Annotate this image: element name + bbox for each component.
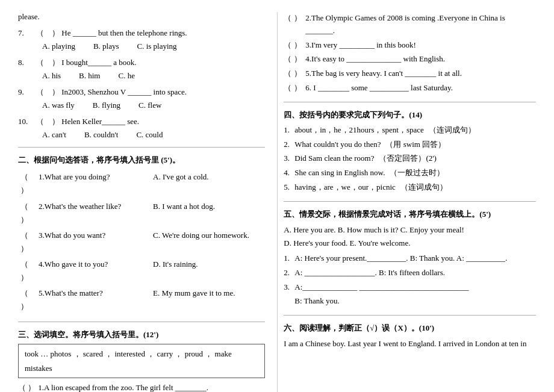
rewrite-1: 1. about，in，he，21hours，spent，space （连词成句… (284, 124, 536, 137)
match-a-4: D. It's raining. (151, 257, 265, 285)
rewrite-2: 2. What couldn't you do then? （用 swim 回答… (284, 138, 536, 151)
q7-paren: （ ） (36, 27, 60, 40)
divider-3 (284, 102, 536, 102)
q9-num: 9. (18, 86, 36, 99)
match-q-1: 1.What are you doing? (36, 169, 151, 198)
fill-paren-2: （ ） (284, 12, 305, 25)
rewrite-3: 3. Did Sam clean the room? （否定回答）(2') (284, 152, 536, 165)
section6-title: 六、阅读理解，判断正（√）误（X）。(10') (284, 323, 536, 334)
rw1-num: 1. (284, 124, 294, 137)
q10-text: Helen Keller______ see. (60, 115, 139, 128)
fill-text-6: 6. I ________ some __________ last Satur… (305, 82, 453, 95)
match-q-5: 5.What's the matter? (36, 285, 151, 314)
dlg1-num: 1. (284, 252, 294, 265)
q8-options: A. his B. him C. he (42, 71, 265, 81)
rw4-num: 4. (284, 167, 294, 179)
q8-paren: （ ） (36, 57, 60, 69)
dialogue-2: 2. A: __________________. B: It's fiftee… (284, 267, 536, 279)
rewrite-items: 1. about，in，he，21hours，spent，space （连词成句… (284, 124, 536, 194)
dlg3-text: A:______________ _______________________… (294, 281, 468, 294)
q7-optA: A. playing (42, 42, 75, 51)
fill-q1-left: （ ） 1.A lion escaped from the zoo. The g… (18, 382, 265, 392)
dialogue-options: A. Here you are. B. How much is it? C. E… (284, 223, 536, 237)
rewrite-5: 5. having，are，we，our，picnic （连词成句） (284, 181, 536, 194)
fill-text-3: 3.I'm very _________ in this book! (305, 39, 416, 52)
matching-table: （ ） 1.What are you doing? A. I've got a … (18, 169, 265, 314)
q9-optA: A. was fly (42, 101, 75, 110)
section5-title: 五、情景交际，根据情景完成对话，将序号填在横线上。(5') (284, 209, 536, 220)
dlg1-text: A: Here's your present.__________. B: Th… (294, 252, 507, 265)
fill-item-5: （ ） 5.The bag is very heavy. I can't ___… (284, 67, 536, 80)
match-row-4: （ ） 4.Who gave it to you? D. It's rainin… (18, 257, 265, 285)
rw2-req: （用 swim 回答） (385, 138, 446, 151)
fill-q1-text: 1.A lion escaped from the zoo. The girl … (38, 382, 208, 392)
q7-options: A. playing B. plays C. is playing (42, 42, 265, 51)
dialogue-1: 1. A: Here's your present.__________. B:… (284, 252, 536, 265)
divider-1 (18, 147, 265, 148)
rw4-req: （一般过去时） (390, 167, 444, 179)
left-column: please. 7. （ ） He ______ but then the te… (18, 12, 277, 392)
dlg2-num: 2. (284, 267, 294, 279)
q8-optA: A. his (42, 71, 61, 81)
q10-num: 10. (18, 116, 36, 128)
fill-q1-paren: （ ） (18, 382, 36, 392)
q7-optC: C. is playing (137, 42, 177, 51)
q10-optC: C. could (136, 130, 163, 140)
match-q-4: 4.Who gave it to you? (36, 257, 151, 285)
word-box: took … photos ， scared ， interested ， ca… (18, 344, 265, 378)
fill-text-5: 5.The bag is very heavy. I can't _______… (305, 67, 462, 80)
q8-num: 8. (18, 57, 36, 69)
rw5-num: 5. (284, 181, 294, 194)
rw4-text: She can sing in English now. (294, 167, 385, 179)
page: please. 7. （ ） He ______ but then the te… (18, 12, 536, 392)
rw5-req: （连词成句） (400, 181, 447, 194)
match-a-3: C. We're doing our homework. (151, 228, 265, 257)
fill-paren-4: （ ） (284, 53, 305, 66)
dialogue-b: B: Thank you. (294, 295, 536, 308)
dlg3-num: 3. (284, 281, 294, 294)
dlg2-text: A: __________________. B: It's fifteen d… (294, 267, 445, 279)
q10-optA: A. can't (42, 130, 66, 140)
fill-text-4: 4.It's easy to ______________ with Engli… (305, 53, 445, 66)
rw1-text: about，in，he，21hours，spent，space (294, 124, 423, 137)
rewrite-4: 4. She can sing in English now. （一般过去时） (284, 167, 536, 179)
section4-title: 四、按括号内的要求完成下列句子。(14) (284, 110, 536, 120)
q9-optB: B. flying (93, 101, 120, 110)
question-8: 8. （ ） I bought______ a book. A. his B. … (18, 56, 265, 81)
match-a-2: B. I want a hot dog. (151, 199, 265, 228)
dialogue-items: 1. A: Here's your present.__________. B:… (284, 252, 536, 308)
match-paren-2: （ ） (18, 199, 36, 228)
q10-paren: （ ） (36, 116, 60, 128)
rw3-num: 3. (284, 152, 294, 165)
dialogue-3: 3. A:______________ ____________________… (284, 281, 536, 294)
q9-options: A. was fly B. flying C. flew (42, 101, 265, 110)
match-row-5: （ ） 5.What's the matter? E. My mum gave … (18, 285, 265, 314)
rw2-num: 2. (284, 138, 294, 151)
divider-2 (18, 322, 265, 322)
right-column: （ ） 2.The Olympic Games of 2008 is comin… (277, 12, 536, 392)
match-q-3: 3.What do you want? (36, 228, 151, 257)
q8-text: I bought______ a book. (60, 56, 136, 69)
q7-optB: B. plays (93, 42, 119, 51)
divider-5 (284, 315, 536, 316)
rw1-req: （连词成句） (429, 124, 476, 137)
q9-paren: （ ） (36, 86, 60, 99)
match-paren-1: （ ） (18, 169, 36, 198)
question-9: 9. （ ） In2003, Shenzhou V ______ into sp… (18, 86, 265, 110)
section3-title: 三、选词填空。将序号填入括号里。(12') (18, 329, 265, 340)
fill-paren-3: （ ） (284, 39, 305, 52)
q8-optB: B. him (79, 71, 100, 81)
fill-item-2: （ ） 2.The Olympic Games of 2008 is comin… (284, 12, 536, 37)
match-a-1: A. I've got a cold. (151, 169, 265, 198)
fill-paren-6: （ ） (284, 82, 305, 95)
rw5-text: having，are，we，our，picnic (294, 181, 396, 194)
fill-text-2: 2.The Olympic Games of 2008 is coming .E… (305, 12, 536, 37)
match-paren-3: （ ） (18, 228, 36, 257)
match-row-3: （ ） 3.What do you want? C. We're doing o… (18, 228, 265, 257)
dialogue-de: D. Here's your food. E. You're welcome. (284, 237, 536, 250)
rw2-text: What couldn't you do then? (294, 138, 381, 151)
question-10: 10. （ ） Helen Keller______ see. A. can't… (18, 115, 265, 140)
divider-4 (284, 201, 536, 202)
question-7: 7. （ ） He ______ but then the telephone … (18, 26, 265, 51)
match-row-2: （ ） 2.What's the weather like? B. I want… (18, 199, 265, 228)
